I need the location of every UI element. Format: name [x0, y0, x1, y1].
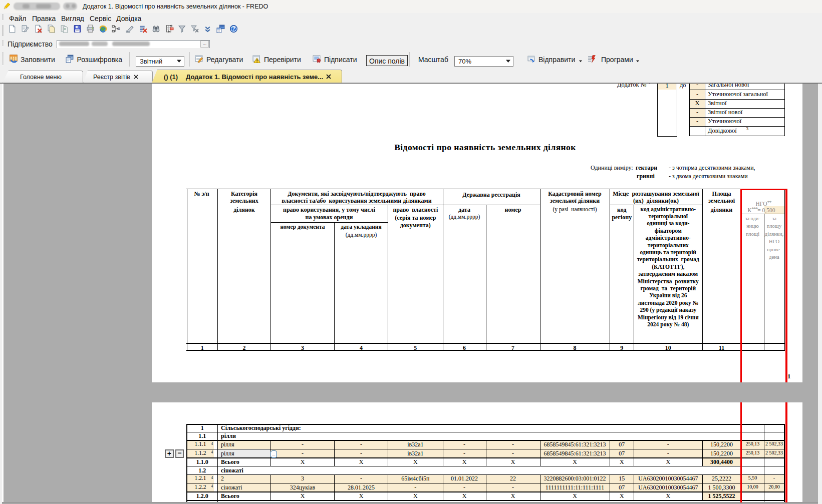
svg-text:?: ? — [232, 26, 235, 32]
